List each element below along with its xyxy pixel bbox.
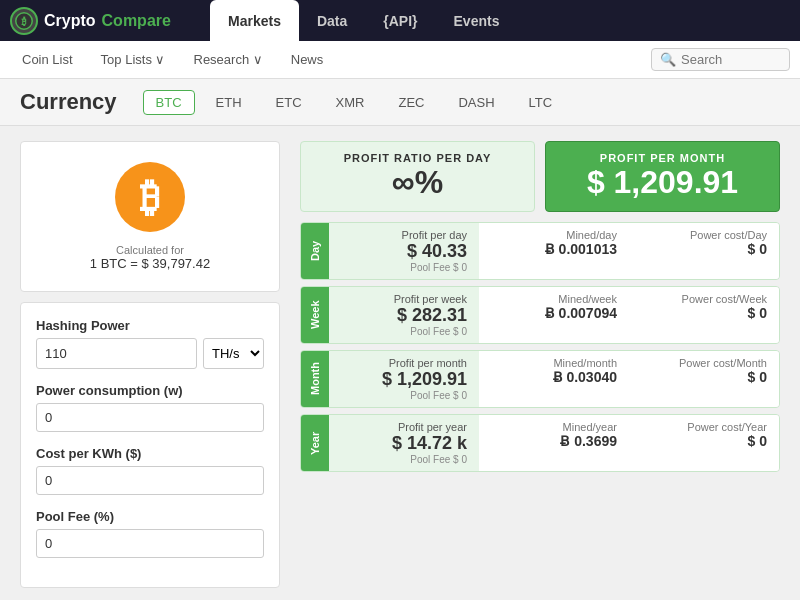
- search-input[interactable]: [681, 52, 781, 67]
- profit-month-label: PROFIT PER MONTH: [562, 152, 763, 164]
- data-row-mined-0: Mined/day Ƀ 0.001013: [479, 223, 629, 279]
- cost-per-kwh-input[interactable]: [36, 466, 264, 495]
- power-consumption-input[interactable]: [36, 403, 264, 432]
- data-row-profit-fee-3: Pool Fee $ 0: [341, 454, 467, 465]
- currency-bar: Currency BTC ETH ETC XMR ZEC DASH LTC: [0, 79, 800, 126]
- subnav-coin-list[interactable]: Coin List: [10, 41, 85, 79]
- data-row-power-0: Power cost/Day $ 0: [629, 223, 779, 279]
- pool-fee-group: Pool Fee (%): [36, 509, 264, 558]
- currency-tabs: BTC ETH ETC XMR ZEC DASH LTC: [143, 90, 566, 115]
- profit-ratio-card: PROFIT RATIO PER DAY ∞%: [300, 141, 535, 212]
- data-row-power-label-0: Power cost/Day: [641, 229, 767, 241]
- calc-label: Calculated for: [116, 244, 184, 256]
- data-row: Day Profit per day $ 40.33 Pool Fee $ 0 …: [300, 222, 780, 280]
- data-row-profit-fee-1: Pool Fee $ 0: [341, 326, 467, 337]
- data-row-power-2: Power cost/Month $ 0: [629, 351, 779, 407]
- data-row-profit-fee-0: Pool Fee $ 0: [341, 262, 467, 273]
- tab-eth[interactable]: ETH: [203, 90, 255, 115]
- data-row-power-1: Power cost/Week $ 0: [629, 287, 779, 343]
- data-row-power-label-1: Power cost/Week: [641, 293, 767, 305]
- logo[interactable]: ₿ CryptoCompare: [10, 7, 210, 35]
- data-row-mined-value-2: Ƀ 0.03040: [491, 369, 617, 385]
- data-row-profit-2: Profit per month $ 1,209.91 Pool Fee $ 0: [329, 351, 479, 407]
- data-row-profit-title-2: Profit per month: [341, 357, 467, 369]
- data-row-profit-fee-2: Pool Fee $ 0: [341, 390, 467, 401]
- tab-ltc[interactable]: LTC: [516, 90, 566, 115]
- data-row-profit-value-3: $ 14.72 k: [341, 433, 467, 454]
- data-row-mined-1: Mined/week Ƀ 0.007094: [479, 287, 629, 343]
- data-row: Week Profit per week $ 282.31 Pool Fee $…: [300, 286, 780, 344]
- data-row-period-0: Day: [301, 223, 329, 279]
- data-row-profit-value-2: $ 1,209.91: [341, 369, 467, 390]
- nav-data[interactable]: Data: [299, 0, 365, 41]
- profit-month-value: $ 1,209.91: [562, 164, 763, 201]
- currency-title: Currency: [20, 89, 117, 115]
- power-consumption-group: Power consumption (w): [36, 383, 264, 432]
- data-row: Year Profit per year $ 14.72 k Pool Fee …: [300, 414, 780, 472]
- calc-price: 1 BTC = $ 39,797.42: [90, 256, 210, 271]
- data-rows: Day Profit per day $ 40.33 Pool Fee $ 0 …: [300, 222, 780, 472]
- data-row-power-label-2: Power cost/Month: [641, 357, 767, 369]
- data-row-profit-0: Profit per day $ 40.33 Pool Fee $ 0: [329, 223, 479, 279]
- data-row-mined-value-0: Ƀ 0.001013: [491, 241, 617, 257]
- data-row-power-value-0: $ 0: [641, 241, 767, 257]
- subnav-top-lists[interactable]: Top Lists ∨: [89, 41, 178, 79]
- logo-compare: Compare: [102, 12, 171, 30]
- data-row-mined-label-1: Mined/week: [491, 293, 617, 305]
- data-row-power-label-3: Power cost/Year: [641, 421, 767, 433]
- data-row-period-2: Month: [301, 351, 329, 407]
- tab-btc[interactable]: BTC: [143, 90, 195, 115]
- form-section: Hashing Power TH/s GH/s MH/s Power consu…: [20, 302, 280, 588]
- data-row-power-value-2: $ 0: [641, 369, 767, 385]
- data-row-power-value-3: $ 0: [641, 433, 767, 449]
- nav-api[interactable]: {API}: [365, 0, 435, 41]
- hashing-power-label: Hashing Power: [36, 318, 264, 333]
- nav-markets[interactable]: Markets: [210, 0, 299, 41]
- data-row-period-1: Week: [301, 287, 329, 343]
- logo-crypto: Crypto: [44, 12, 96, 30]
- data-row: Month Profit per month $ 1,209.91 Pool F…: [300, 350, 780, 408]
- profit-ratio-label: PROFIT RATIO PER DAY: [317, 152, 518, 164]
- left-panel: ₿ Calculated for 1 BTC = $ 39,797.42 Has…: [20, 141, 280, 588]
- data-row-mined-2: Mined/month Ƀ 0.03040: [479, 351, 629, 407]
- hashing-power-group: Hashing Power TH/s GH/s MH/s: [36, 318, 264, 369]
- pool-fee-label: Pool Fee (%): [36, 509, 264, 524]
- data-row-profit-title-1: Profit per week: [341, 293, 467, 305]
- search-box[interactable]: 🔍: [651, 48, 790, 71]
- pool-fee-input[interactable]: [36, 529, 264, 558]
- data-row-power-3: Power cost/Year $ 0: [629, 415, 779, 471]
- hashing-power-input[interactable]: [36, 338, 197, 369]
- data-row-period-3: Year: [301, 415, 329, 471]
- data-row-profit-title-3: Profit per year: [341, 421, 467, 433]
- search-icon: 🔍: [660, 52, 676, 67]
- profit-ratio-value: ∞%: [317, 164, 518, 201]
- profit-month-card: PROFIT PER MONTH $ 1,209.91: [545, 141, 780, 212]
- coin-card: ₿ Calculated for 1 BTC = $ 39,797.42: [20, 141, 280, 292]
- data-row-mined-3: Mined/year Ƀ 0.3699: [479, 415, 629, 471]
- cost-per-kwh-label: Cost per KWh ($): [36, 446, 264, 461]
- tab-zec[interactable]: ZEC: [385, 90, 437, 115]
- logo-icon: ₿: [10, 7, 38, 35]
- data-row-mined-value-1: Ƀ 0.007094: [491, 305, 617, 321]
- main-nav: Markets Data {API} Events: [210, 0, 790, 41]
- coin-icon: ₿: [115, 162, 185, 232]
- data-row-profit-title-0: Profit per day: [341, 229, 467, 241]
- sub-nav: Coin List Top Lists ∨ Research ∨ News 🔍: [0, 41, 800, 79]
- data-row-mined-label-0: Mined/day: [491, 229, 617, 241]
- tab-xmr[interactable]: XMR: [323, 90, 378, 115]
- tab-dash[interactable]: DASH: [445, 90, 507, 115]
- tab-etc[interactable]: ETC: [263, 90, 315, 115]
- nav-events[interactable]: Events: [436, 0, 518, 41]
- data-row-mined-value-3: Ƀ 0.3699: [491, 433, 617, 449]
- subnav-news[interactable]: News: [279, 41, 336, 79]
- profit-header: PROFIT RATIO PER DAY ∞% PROFIT PER MONTH…: [300, 141, 780, 212]
- top-nav: ₿ CryptoCompare Markets Data {API} Event…: [0, 0, 800, 41]
- hashing-power-unit[interactable]: TH/s GH/s MH/s: [203, 338, 264, 369]
- data-row-profit-value-0: $ 40.33: [341, 241, 467, 262]
- data-row-mined-label-2: Mined/month: [491, 357, 617, 369]
- subnav-research[interactable]: Research ∨: [182, 41, 275, 79]
- data-row-profit-3: Profit per year $ 14.72 k Pool Fee $ 0: [329, 415, 479, 471]
- hashing-power-row: TH/s GH/s MH/s: [36, 338, 264, 369]
- main-content: ₿ Calculated for 1 BTC = $ 39,797.42 Has…: [0, 126, 800, 600]
- data-row-mined-label-3: Mined/year: [491, 421, 617, 433]
